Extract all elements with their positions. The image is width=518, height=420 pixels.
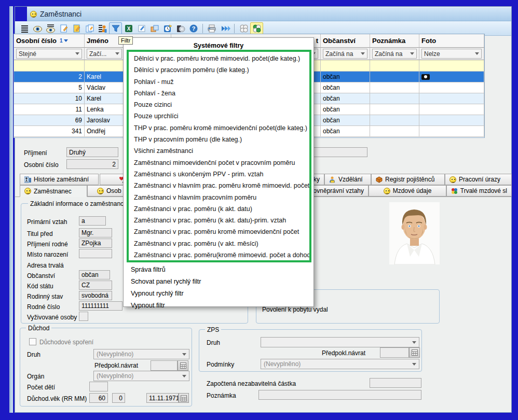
prijmeni-field[interactable]: Druhý	[66, 147, 118, 157]
layout-clover-green-icon[interactable]	[250, 22, 263, 35]
duchodove-sporeni-checkbox[interactable]	[29, 338, 36, 345]
calendar-button[interactable]	[178, 360, 188, 371]
rodne-cislo-field[interactable]: 111111111	[79, 301, 122, 311]
menu-item[interactable]: Pouze cizinci	[129, 99, 309, 110]
zapoctena-field[interactable]	[370, 378, 421, 388]
table-row-cell[interactable]	[419, 72, 484, 82]
podminky-dropdown[interactable]: (Nevyplněno)	[261, 359, 419, 369]
menu-item[interactable]: Zaměstnanci v prac. poměru (k akt. datu)…	[129, 215, 309, 226]
duchod-vek-datum-field[interactable]: 11.11.1971	[146, 393, 179, 403]
menu-item[interactable]: Zaměstnanci v hlavním prac. poměru kromě…	[129, 180, 309, 191]
menu-item-sprava-filtru[interactable]: Správa filtrů	[124, 264, 313, 276]
column-header-poznamka[interactable]: Poznámka	[370, 34, 419, 48]
table-row-cell[interactable]: občan	[321, 126, 370, 137]
tab-registr-pojistencu[interactable]: Registr pojištěnců	[371, 174, 445, 185]
filter-dropdown-foto[interactable]: Nelze	[421, 49, 482, 59]
menu-item-vypnout-rychly-filtr[interactable]: Vypnout rychlý filtr	[124, 288, 313, 300]
tab-zamestnanec[interactable]: Zaměstnanec	[20, 185, 87, 197]
new-record-icon[interactable]	[57, 22, 70, 35]
filter-dropdown-obcanstvi[interactable]: Začíná na	[323, 49, 367, 59]
tab-pracovni-urazy[interactable]: Pracovní úrazy	[445, 174, 512, 185]
menu-item[interactable]: Zaměstnanci s ukončeným PPV - prim. vzta…	[129, 169, 309, 180]
obcanstvi-field[interactable]: občan	[79, 270, 110, 279]
zps-predpokl-navrat-field[interactable]	[380, 347, 409, 358]
menu-item-vypnout-filtr[interactable]: Vypnout filtr	[124, 300, 313, 312]
quick-filter-cell[interactable]	[419, 60, 484, 72]
table-row-cell[interactable]: občan	[321, 82, 370, 93]
tab-historie-zamestnani[interactable]: Historie zaměstnání	[20, 174, 99, 185]
duchod-vek-mesice-field[interactable]: 0	[112, 393, 125, 403]
organ-dropdown[interactable]: (Nevyplněno)	[93, 371, 189, 381]
menu-item[interactable]: Dělníci v prac. poměru kromě mimoevid. p…	[129, 53, 309, 64]
table-row-cell[interactable]: občan	[321, 104, 370, 115]
table-row-cell[interactable]: občan	[321, 115, 370, 126]
menu-item[interactable]: Zaměstnanci v prac. poměru (k akt. datu)	[129, 203, 309, 215]
tab-mzdove-udaje[interactable]: Mzdové údaje	[369, 185, 446, 197]
titul-pred-field[interactable]: Mgr.	[79, 228, 112, 237]
batch-run-icon[interactable]	[219, 22, 231, 35]
menu-item[interactable]: THP v prac. poměru kromě mimoevidenční p…	[129, 122, 309, 134]
quick-filter-cell[interactable]	[370, 60, 419, 72]
menu-item[interactable]: Pohlaví - muž	[129, 76, 309, 88]
tab-vzdelani[interactable]: Vzdělání	[324, 174, 371, 185]
table-row-cell[interactable]	[419, 82, 484, 93]
zps-druh-dropdown[interactable]	[261, 337, 419, 347]
table-row-cell[interactable]	[370, 82, 419, 93]
quick-filter-cell[interactable]	[14, 60, 85, 72]
misto-narozeni-field[interactable]	[79, 249, 112, 258]
table-row-cell[interactable]	[419, 93, 484, 104]
filter-icon[interactable]	[109, 22, 122, 35]
table-row-cell[interactable]	[370, 104, 419, 115]
table-row-cell[interactable]	[370, 72, 419, 82]
table-row-cell[interactable]: 2	[14, 72, 85, 82]
pocet-deti-field[interactable]	[89, 382, 108, 391]
table-row-cell[interactable]	[370, 115, 419, 126]
menu-item[interactable]: Zaměstnanci v prac. poměru(kromě mimoevi…	[129, 249, 309, 261]
duchod-vek-roky-field[interactable]: 60	[89, 393, 108, 403]
duchod-druh-dropdown[interactable]: (Nevyplněno)	[93, 349, 189, 359]
calendar-button[interactable]	[179, 393, 189, 403]
help-icon[interactable]: ?	[187, 22, 200, 35]
table-row-cell[interactable]: 69	[14, 115, 85, 126]
menu-item-schovat-panel[interactable]: Schovat panel rychlý filtr	[124, 276, 313, 288]
menu-item[interactable]: Zaměstnanci mimoevidenční počet v pracov…	[129, 157, 309, 169]
table-row-cell[interactable]	[419, 126, 484, 137]
menu-item[interactable]: THP v pracovním poměru (dle kateg.)	[129, 134, 309, 145]
employee-agenda-icon[interactable]	[96, 22, 109, 35]
table-row-cell[interactable]: 5	[14, 82, 85, 93]
menu-item[interactable]: Dělníci v pracovním poměru (dle kateg.)	[129, 64, 309, 76]
menu-item[interactable]: Všichni zaměstnanci	[129, 145, 309, 157]
filter-dropdown-osobni-cislo[interactable]: Stejné	[16, 49, 82, 59]
rodinny-stav-field[interactable]: svobodná	[79, 291, 112, 300]
table-row-cell[interactable]	[419, 104, 484, 115]
table-row-cell[interactable]	[419, 115, 484, 126]
kod-statu-field[interactable]: CZ	[79, 281, 112, 290]
filter-dropdown-poznamka[interactable]: Začíná na	[372, 49, 417, 59]
form-edit-icon[interactable]	[135, 22, 148, 35]
primarni-vztah-field[interactable]: a	[79, 216, 106, 226]
edit-record-icon[interactable]	[70, 22, 83, 35]
layout-clover-icon[interactable]	[237, 22, 250, 35]
copy-record-icon[interactable]	[83, 22, 96, 35]
menu-item[interactable]: Zaměstnanci v hlavním pracovním poměru	[129, 192, 309, 203]
column-header-foto[interactable]: Foto	[419, 34, 484, 48]
menu-item[interactable]: Pohlaví - žena	[129, 88, 309, 99]
tab-trvale-mzdove-slozky[interactable]: Trvalé mzdové sl	[446, 185, 512, 197]
print-icon[interactable]	[206, 22, 219, 35]
table-row-cell[interactable]: 11	[14, 104, 85, 115]
quick-filter-cell[interactable]	[321, 60, 370, 72]
column-header-obcanstvi[interactable]: Občanství	[321, 34, 370, 48]
calendar-button[interactable]	[409, 347, 420, 358]
media-icon[interactable]	[174, 22, 187, 35]
view-icon[interactable]	[31, 22, 44, 35]
table-row-cell[interactable]: občan	[321, 93, 370, 104]
table-row-cell[interactable]: 10	[14, 93, 85, 104]
filter-dropdown-jmeno[interactable]: Začí...	[87, 49, 122, 59]
table-row-cell[interactable]	[370, 126, 419, 137]
excel-export-icon[interactable]: X	[122, 22, 135, 35]
view-columns-icon[interactable]	[44, 22, 57, 35]
duchod-predpokl-navrat-field[interactable]	[151, 360, 178, 371]
menu-item[interactable]: Pouze uprchlíci	[129, 110, 309, 122]
vyzivovane-osoby-field[interactable]	[79, 312, 88, 321]
prijmeni-rodne-field[interactable]: ZPojka	[79, 239, 112, 248]
